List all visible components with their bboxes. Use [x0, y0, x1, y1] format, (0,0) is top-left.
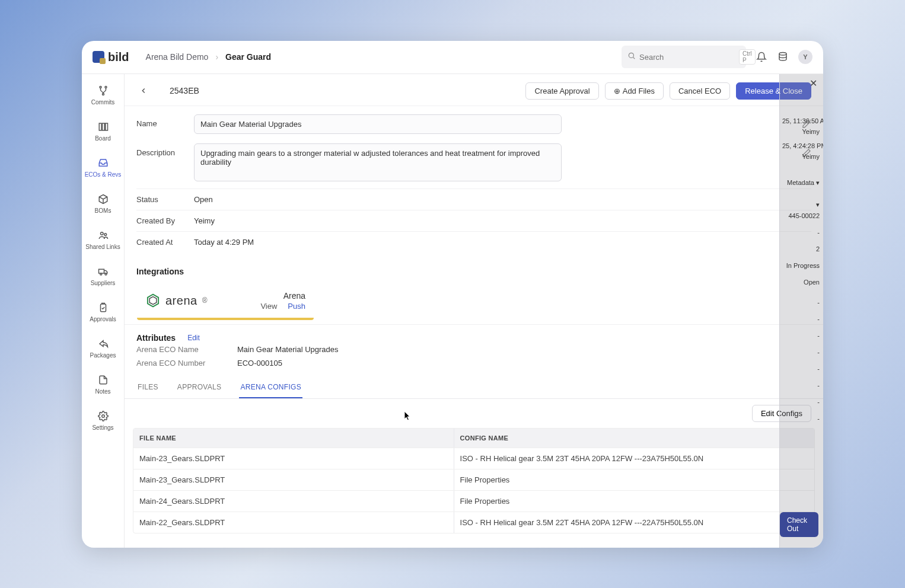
breadcrumb-current[interactable]: Gear Guard: [225, 52, 271, 62]
sidebar-label: Suppliers: [91, 280, 116, 286]
sp-line: 445-00022: [782, 210, 820, 221]
tab-arena-configs[interactable]: ARENA CONFIGS: [239, 379, 302, 398]
sidebar-item-packages[interactable]: Packages: [82, 333, 124, 363]
sidebar-item-boms[interactable]: BOMs: [82, 188, 124, 219]
created-at-label: Created At: [136, 238, 194, 247]
plus-circle-icon: ⊕: [614, 87, 620, 95]
sp-line: Yeimy: [782, 151, 820, 162]
table-row[interactable]: Main-22_Gears.SLDPRT ISO - RH Helical ge…: [133, 512, 814, 533]
sp-line: 2: [782, 244, 820, 254]
sidebar-label: Settings: [92, 424, 113, 431]
sp-line[interactable]: ▾: [782, 199, 820, 210]
sidebar-item-shared-links[interactable]: Shared Links: [82, 225, 124, 255]
sidebar-item-notes[interactable]: Notes: [82, 369, 124, 400]
back-button[interactable]: [136, 84, 151, 98]
tab-files[interactable]: FILES: [136, 379, 160, 398]
svg-point-13: [105, 273, 107, 275]
table-row[interactable]: Main-23_Gears.SLDPRT File Properties: [133, 469, 814, 490]
search-input[interactable]: [639, 53, 739, 62]
svg-point-0: [629, 53, 633, 57]
search-box[interactable]: Ctrl P: [622, 46, 746, 68]
arena-push-link[interactable]: Push: [288, 302, 305, 311]
box-icon: [97, 193, 109, 205]
cell-config: File Properties: [454, 469, 814, 490]
add-files-button[interactable]: ⊕ Add Files: [605, 82, 664, 100]
clipboard-check-icon: [97, 302, 109, 314]
svg-rect-14: [100, 304, 106, 312]
eco-id: 2543EB: [170, 86, 199, 95]
tab-approvals[interactable]: APPROVALS: [176, 379, 223, 398]
sidebar-label: BOMs: [95, 207, 111, 214]
attr-value: ECO-000105: [237, 359, 282, 368]
sp-metadata-toggle[interactable]: Metadata ▾: [782, 177, 820, 188]
svg-point-4: [105, 86, 107, 88]
attributes-edit-link[interactable]: Edit: [187, 334, 200, 342]
sidebar-item-ecos[interactable]: ECOs & Revs: [82, 152, 124, 183]
svg-rect-8: [105, 123, 107, 130]
table-row[interactable]: Main-23_Gears.SLDPRT ISO - RH Helical ge…: [133, 448, 814, 469]
sp-line: -: [782, 380, 820, 391]
close-icon[interactable]: ✕: [810, 78, 817, 89]
sidebar-label: Board: [95, 135, 111, 142]
cell-config: ISO - RH Helical gear 3.5M 22T 45HA 20PA…: [454, 512, 814, 533]
svg-rect-7: [102, 123, 104, 130]
status-value: Open: [194, 195, 213, 204]
svg-point-12: [100, 273, 101, 275]
sp-line: -: [782, 397, 820, 407]
sp-line: -: [782, 347, 820, 357]
sidebar-item-board[interactable]: Board: [82, 116, 124, 146]
app-logo: bild: [93, 50, 129, 64]
create-approval-button[interactable]: Create Approval: [525, 82, 598, 100]
database-icon[interactable]: [777, 51, 789, 63]
inbox-icon: [97, 157, 109, 169]
created-at-value: Today at 4:29 PM: [194, 238, 254, 247]
branch-icon: [97, 85, 109, 97]
cancel-eco-button[interactable]: Cancel ECO: [670, 82, 730, 100]
avatar[interactable]: Y: [798, 50, 812, 64]
columns-icon: [97, 121, 109, 133]
sidebar-label: ECOs & Revs: [85, 171, 122, 178]
svg-point-10: [104, 233, 106, 235]
arena-brand-text: arena: [165, 294, 197, 308]
gear-icon: [97, 410, 109, 422]
arena-view-link[interactable]: View: [260, 302, 277, 311]
cell-file: Main-23_Gears.SLDPRT: [133, 469, 454, 490]
cell-file: Main-23_Gears.SLDPRT: [133, 448, 454, 469]
sp-line: 25, 4:24:28 PM: [782, 140, 820, 151]
sidebar-item-settings[interactable]: Settings: [82, 405, 124, 436]
svg-marker-17: [149, 297, 157, 305]
sp-line: -: [782, 297, 820, 308]
attr-key: Arena ECO Number: [136, 359, 237, 368]
cell-config: File Properties: [454, 491, 814, 512]
config-table: FILE NAME CONFIG NAME Main-23_Gears.SLDP…: [133, 428, 815, 533]
name-input[interactable]: [194, 114, 562, 134]
sidebar-item-approvals[interactable]: Approvals: [82, 297, 124, 327]
eco-header: 2543EB Create Approval ⊕ Add Files Cance…: [125, 74, 823, 106]
integrations-heading: Integrations: [125, 261, 823, 281]
left-sidebar: Commits Board ECOs & Revs BOMs Shared Li…: [82, 74, 125, 548]
sp-line: -: [782, 330, 820, 341]
sidebar-item-commits[interactable]: Commits: [82, 80, 124, 110]
add-files-label: Add Files: [623, 87, 655, 95]
sp-line: -: [782, 413, 820, 424]
attr-value: Main Gear Material Upgrades: [237, 345, 339, 354]
sidebar-label: Shared Links: [85, 244, 120, 250]
svg-rect-11: [98, 269, 104, 273]
col-file-name: FILE NAME: [133, 429, 454, 448]
check-out-button[interactable]: Check Out: [780, 512, 818, 537]
bell-icon[interactable]: [756, 51, 767, 63]
top-bar: bild Arena Bild Demo › Gear Guard Ctrl P…: [82, 41, 823, 74]
search-shortcut: Ctrl P: [739, 49, 756, 65]
desc-input[interactable]: [194, 143, 562, 181]
sp-line: -: [782, 363, 820, 374]
sp-line: -: [782, 314, 820, 324]
arena-icon: [145, 293, 161, 308]
arena-integration-card: arena® Arena View Push: [136, 283, 314, 321]
sidebar-label: Approvals: [90, 316, 116, 322]
table-row[interactable]: Main-24_Gears.SLDPRT File Properties: [133, 490, 814, 512]
search-icon: [627, 52, 636, 62]
sidebar-item-suppliers[interactable]: Suppliers: [82, 261, 124, 291]
main-content: 2543EB Create Approval ⊕ Add Files Cance…: [125, 74, 823, 548]
breadcrumb-root[interactable]: Arena Bild Demo: [146, 52, 209, 62]
details-side-panel: ✕ 25, 11:36:50 AM Yeimy 25, 4:24:28 PM Y…: [779, 74, 823, 548]
